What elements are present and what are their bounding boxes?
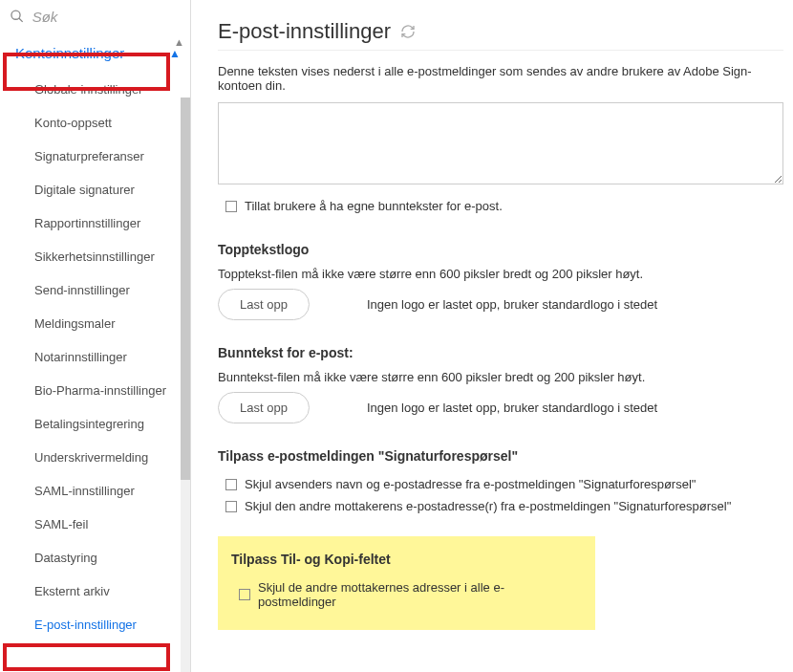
section-heading-customize-signreq: Tilpass e-postmeldingen "Signaturforespø… [218,448,783,464]
sidebar: ▲ Kontoinnstillinger ▲ Globale innstilli… [0,0,191,672]
sidebar-item-datastyring[interactable]: Datastyring [0,541,190,574]
sidebar-item-konto-oppsett[interactable]: Konto-oppsett [0,106,190,140]
footer-description: Denne teksten vises nederst i alle e-pos… [218,64,783,93]
sidebar-item-meldingsmaler[interactable]: Meldingsmaler [0,307,190,340]
search-container [0,0,190,33]
nav-list: Globale innstillinger Konto-oppsett Sign… [0,73,190,672]
sidebar-item-saml-feil[interactable]: SAML-feil [0,508,190,541]
section-heading-header-logo: Topptekstlogo [218,242,783,257]
sidebar-item-send-innstillinger[interactable]: Send-innstillinger [0,273,190,307]
chevron-up-icon: ▲ [169,47,181,60]
checkbox-row-hide-other-recipient: Skjul den andre mottakerens e-postadress… [218,495,783,517]
checkbox-hide-all-recipients-label: Skjul de andre mottakernes adresser i al… [258,580,582,609]
checkbox-row-hide-all-recipients: Skjul de andre mottakernes adresser i al… [231,576,582,613]
sidebar-item-sikkerhetsinnstillinger[interactable]: Sikkerhetsinnstillinger [0,240,190,273]
main-content: E-post-innstillinger Denne teksten vises… [191,0,793,672]
section-heading-tocc: Tilpass Til- og Kopi-feltet [231,552,582,567]
svg-line-1 [19,18,23,22]
scrollbar-thumb[interactable] [181,98,190,480]
nav-header-label: Kontoinnstillinger [15,45,124,61]
footer-email-info: Bunntekst-filen må ikke være større enn … [218,370,783,384]
upload-row-header: Last opp Ingen logo er lastet opp, bruke… [218,289,783,320]
header-logo-info: Topptekst-filen må ikke være større enn … [218,267,783,281]
checkbox-row-hide-sender: Skjul avsenders navn og e-postadresse fr… [218,473,783,495]
sidebar-item-epost-innstillinger[interactable]: E-post-innstillinger [0,608,190,641]
footer-logo-status: Ingen logo er lastet opp, bruker standar… [367,401,657,415]
search-icon [10,8,25,25]
nav-header-kontoinnstillinger[interactable]: Kontoinnstillinger ▲ [0,33,190,73]
footer-textarea[interactable] [218,102,783,184]
section-heading-footer-email: Bunntekst for e-post: [218,345,783,360]
page-title: E-post-innstillinger [218,19,391,44]
sidebar-item-signaturpreferanser[interactable]: Signaturpreferanser [0,140,190,173]
search-input[interactable] [32,9,181,25]
upload-footer-logo-button[interactable]: Last opp [218,392,310,423]
checkbox-row-own-footer: Tillat brukere å ha egne bunntekster for… [218,195,783,217]
svg-point-0 [11,11,20,19]
sidebar-item-bio-pharma[interactable]: Bio-Pharma-innstillinger [0,374,190,407]
checkbox-hide-other-recipient[interactable] [225,501,237,512]
sidebar-item-digitale-signaturer[interactable]: Digitale signaturer [0,173,190,206]
checkbox-own-footer-label: Tillat brukere å ha egne bunntekster for… [245,199,503,213]
sidebar-item-saml-innstillinger[interactable]: SAML-innstillinger [0,474,190,508]
sidebar-item-betalingsintegrering[interactable]: Betalingsintegrering [0,407,190,441]
checkbox-hide-sender[interactable] [225,479,237,490]
refresh-icon[interactable] [400,24,416,39]
highlighted-section-tocc: Tilpass Til- og Kopi-feltet Skjul de and… [218,536,595,630]
sidebar-item-globale-innstillinger[interactable]: Globale innstillinger [0,73,190,106]
upload-header-logo-button[interactable]: Last opp [218,289,310,320]
upload-row-footer: Last opp Ingen logo er lastet opp, bruke… [218,392,783,423]
checkbox-hide-all-recipients[interactable] [239,589,250,600]
header-logo-status: Ingen logo er lastet opp, bruker standar… [367,297,657,312]
page-title-row: E-post-innstillinger [218,19,783,51]
scroll-up-arrow-icon[interactable]: ▲ [174,36,184,48]
sidebar-item-rapportinnstillinger[interactable]: Rapportinnstillinger [0,206,190,240]
sidebar-item-underskrivermelding[interactable]: Underskrivermelding [0,441,190,474]
checkbox-own-footer[interactable] [225,201,237,212]
sidebar-item-notarinnstillinger[interactable]: Notarinnstillinger [0,340,190,374]
sidebar-item-eksternt-arkiv[interactable]: Eksternt arkiv [0,574,190,608]
checkbox-hide-sender-label: Skjul avsenders navn og e-postadresse fr… [245,477,696,491]
checkbox-hide-other-recipient-label: Skjul den andre mottakerens e-postadress… [245,499,731,513]
scrollbar-track[interactable] [181,98,190,672]
